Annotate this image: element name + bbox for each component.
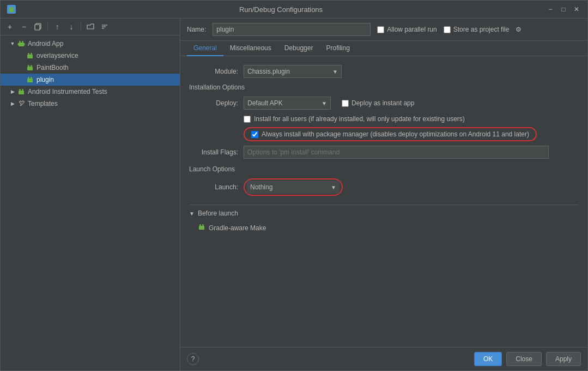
maximize-button[interactable]: □	[559, 5, 568, 14]
always-install-checkbox[interactable]	[251, 131, 258, 138]
launch-dropdown[interactable]: Nothing ▼	[247, 181, 340, 194]
gradle-aware-make-label: Gradle-aware Make	[209, 224, 266, 232]
tab-debugger[interactable]: Debugger	[278, 41, 320, 56]
dialog-title: Run/Debug Configurations	[16, 5, 546, 14]
module-label: Module:	[189, 68, 238, 75]
tab-miscellaneous[interactable]: Miscellaneous	[223, 41, 278, 56]
toolbar-divider-1	[47, 22, 48, 31]
svg-rect-12	[24, 43, 25, 45]
svg-rect-8	[19, 43, 24, 46]
help-button[interactable]: ?	[187, 353, 199, 365]
config-area: Module: Chassis.plugin ▼ Installation Op…	[180, 56, 587, 347]
launch-options-header: Launch Options	[189, 165, 579, 173]
svg-rect-25	[199, 226, 204, 230]
allow-parallel-checkbox[interactable]	[377, 26, 384, 33]
add-config-button[interactable]: +	[4, 21, 16, 33]
sort-button[interactable]	[99, 21, 111, 33]
svg-rect-4	[35, 25, 40, 30]
sidebar-item-paintbooth-label: PaintBooth	[37, 64, 69, 71]
close-dialog-button[interactable]: Close	[506, 352, 542, 366]
before-launch-label: Before launch	[198, 210, 238, 217]
title-bar: Run/Debug Configurations − □ ✕	[1, 1, 587, 19]
folder-button[interactable]	[84, 21, 96, 33]
close-button[interactable]: ✕	[572, 5, 581, 14]
launch-row: Launch: Nothing ▼	[189, 178, 579, 196]
svg-point-20	[28, 77, 29, 79]
store-project-checkbox[interactable]	[444, 26, 451, 33]
copy-config-button[interactable]	[32, 21, 44, 33]
ok-button[interactable]: OK	[474, 352, 502, 366]
before-launch-header[interactable]: ▼ Before launch	[189, 210, 579, 217]
svg-rect-22	[19, 91, 24, 94]
tab-profiling[interactable]: Profiling	[319, 41, 356, 56]
name-bar: Name: Allow parallel run Store as projec…	[180, 19, 587, 41]
svg-point-1	[10, 7, 11, 9]
install-flags-row: Install Flags:	[189, 146, 579, 159]
module-dropdown[interactable]: Chassis.plugin ▼	[244, 65, 342, 78]
sidebar-toolbar: + − ↑ ↓	[1, 19, 180, 35]
svg-rect-19	[27, 79, 33, 82]
install-all-users-checkbox[interactable]	[244, 116, 251, 123]
sidebar-item-paintbooth[interactable]: ▶ PaintBooth	[1, 62, 180, 74]
run-debug-dialog: Run/Debug Configurations − □ ✕ + − ↑	[0, 0, 588, 371]
android-icon-tests	[17, 87, 26, 96]
always-install-row: Always install with package manager (dis…	[244, 127, 537, 141]
name-field-label: Name:	[187, 26, 206, 33]
store-project-label: Store as project file	[444, 26, 510, 33]
sidebar-item-plugin[interactable]: ▶ plugin	[1, 74, 180, 86]
sidebar-item-templates-label: Templates	[28, 100, 58, 107]
sidebar-item-android-app-label: Android App	[28, 40, 63, 47]
right-panel: Name: Allow parallel run Store as projec…	[180, 19, 587, 370]
before-launch-arrow: ▼	[189, 211, 195, 217]
tab-general[interactable]: General	[187, 41, 223, 56]
gradle-icon	[198, 223, 205, 232]
move-up-button[interactable]: ↑	[51, 21, 63, 33]
android-icon	[17, 39, 26, 48]
sidebar-item-overlayservice[interactable]: ▶ overlayservice	[1, 50, 180, 62]
android-icon-paint	[26, 63, 34, 72]
svg-point-9	[19, 41, 21, 43]
before-launch-section: ▼ Before launch Gradle-aware Make	[189, 205, 579, 234]
sidebar-item-android-app[interactable]: ▼ Android App	[1, 38, 180, 50]
main-content: + − ↑ ↓	[1, 19, 587, 370]
deploy-instant-checkbox[interactable]	[342, 100, 349, 107]
module-row: Module: Chassis.plugin ▼	[189, 65, 579, 78]
svg-point-14	[28, 53, 29, 55]
move-down-button[interactable]: ↓	[65, 21, 77, 33]
deploy-dropdown[interactable]: Default APK ▼	[244, 97, 331, 110]
sidebar-item-overlayservice-label: overlayservice	[37, 52, 78, 59]
svg-point-27	[202, 224, 204, 226]
sidebar-item-instrumented-tests[interactable]: ▶ Android Instrumented Tests	[1, 86, 180, 98]
svg-rect-13	[27, 55, 33, 58]
deploy-dropdown-arrow: ▼	[322, 100, 327, 106]
sidebar-item-plugin-label: plugin	[37, 76, 54, 83]
android-icon-plugin	[26, 75, 34, 84]
install-flags-input[interactable]	[244, 146, 549, 159]
always-install-label: Always install with package manager (dis…	[262, 130, 529, 138]
svg-point-2	[12, 7, 14, 9]
toolbar-divider-2	[81, 22, 81, 31]
launch-dropdown-value: Nothing	[250, 183, 272, 191]
app-icon	[7, 5, 16, 14]
gradle-aware-make-item: Gradle-aware Make	[189, 222, 579, 234]
config-tabs: General Miscellaneous Debugger Profiling	[180, 41, 587, 56]
remove-config-button[interactable]: −	[18, 21, 30, 33]
svg-point-21	[31, 77, 32, 79]
bottom-bar: ? OK Close Apply	[180, 347, 587, 370]
name-input[interactable]	[213, 23, 371, 36]
expand-arrow: ▼	[9, 40, 16, 47]
allow-parallel-label: Allow parallel run	[377, 26, 437, 33]
apply-button[interactable]: Apply	[546, 352, 581, 366]
launch-dropdown-arrow: ▼	[331, 184, 336, 190]
launch-label: Launch:	[189, 183, 238, 191]
minimize-button[interactable]: −	[546, 5, 555, 14]
sidebar-tree: ▼ Android App ▶	[1, 35, 180, 370]
launch-dropdown-highlight: Nothing ▼	[244, 178, 343, 196]
sidebar-item-templates[interactable]: ▶ Templates	[1, 98, 180, 110]
gear-icon[interactable]: ⚙	[516, 26, 522, 33]
svg-rect-11	[18, 43, 19, 45]
svg-point-10	[22, 41, 23, 43]
android-icon-overlay	[26, 51, 34, 60]
module-dropdown-arrow: ▼	[332, 69, 338, 75]
deploy-row: Deploy: Default APK ▼ Deploy as instant …	[189, 97, 579, 110]
